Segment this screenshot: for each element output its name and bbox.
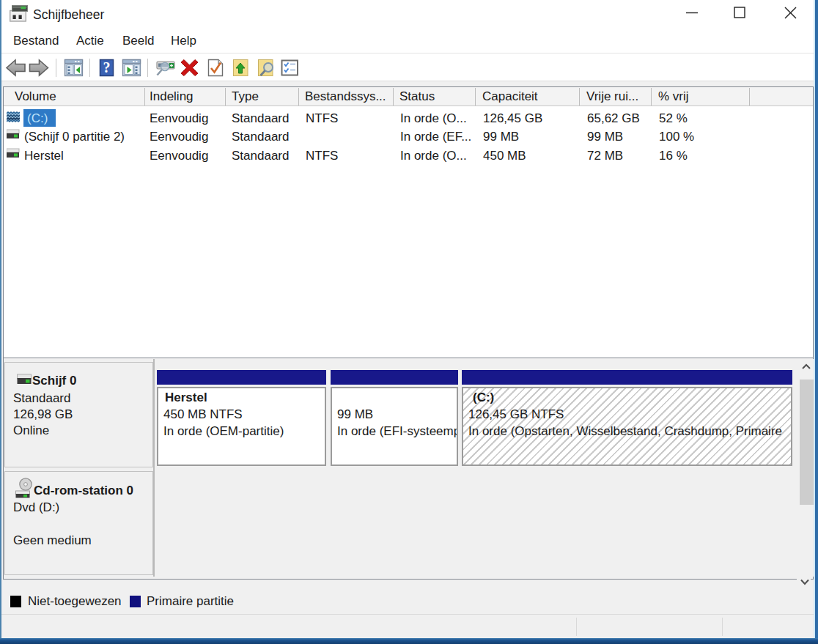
svg-text:?: ?: [103, 59, 111, 75]
